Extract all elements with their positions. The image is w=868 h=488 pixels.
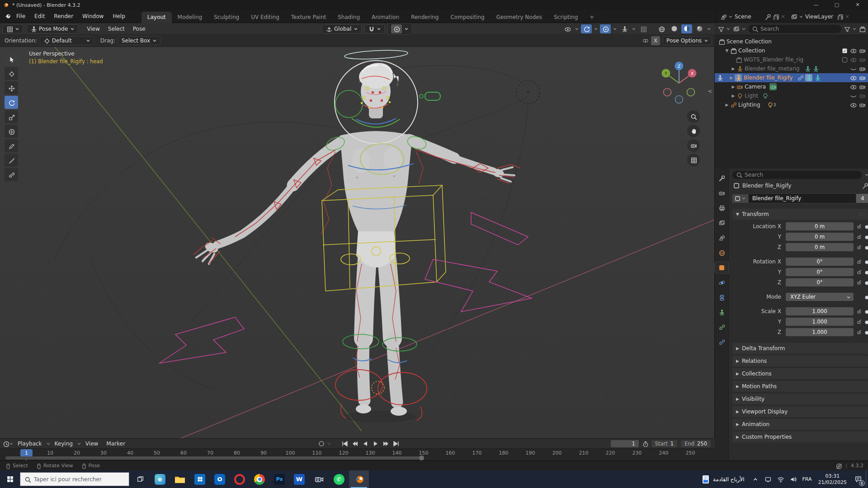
location-x-field[interactable]: 0 m <box>786 222 854 230</box>
tab-bone[interactable] <box>715 321 728 333</box>
lock-icon[interactable] <box>856 280 862 286</box>
animate-dot[interactable]: ● <box>865 295 868 300</box>
volume-icon[interactable] <box>787 470 800 488</box>
chevron-down-icon[interactable] <box>864 173 868 177</box>
tab-output[interactable] <box>715 202 728 214</box>
lock-icon[interactable] <box>856 319 862 325</box>
start-button[interactable] <box>0 470 20 488</box>
animate-dot[interactable]: ● <box>865 235 868 239</box>
blender-menu-icon[interactable] <box>4 13 12 19</box>
tab-object-data[interactable] <box>715 306 728 318</box>
chevron-down-icon[interactable] <box>632 27 636 31</box>
add-workspace-button[interactable]: + <box>584 12 600 23</box>
minimize-button[interactable]: — <box>806 0 826 10</box>
preview-range-stopwatch-icon[interactable] <box>642 441 648 447</box>
viewport-zoom-button[interactable] <box>687 110 700 123</box>
menu-view[interactable]: View <box>81 441 102 447</box>
rotation-z-field[interactable]: 0° <box>786 278 854 286</box>
scale-y-field[interactable]: 1.000 <box>786 318 854 326</box>
shading-rendered-button[interactable] <box>694 24 705 33</box>
tool-cursor[interactable] <box>5 67 18 80</box>
taskbar-app-whatsapp[interactable]: ✆ <box>329 470 349 488</box>
show-overlays-button[interactable] <box>600 24 611 33</box>
tray-expand-chevron[interactable] <box>749 470 762 488</box>
object-name-field[interactable]: Blender file_Rigify <box>748 193 856 203</box>
location-z-field[interactable]: 0 m <box>786 243 854 251</box>
animate-dot[interactable]: ● <box>865 319 868 324</box>
lock-icon[interactable] <box>856 309 862 314</box>
auto-keying-button[interactable] <box>316 440 326 448</box>
pose-mode-icon[interactable] <box>806 75 812 81</box>
tablet-mode-icon[interactable] <box>762 470 774 488</box>
new-viewlayer-icon[interactable] <box>837 14 843 20</box>
tab-uv-editing[interactable]: UV Editing <box>245 12 285 23</box>
panel-animation[interactable]: ▶Animation <box>732 419 868 430</box>
new-scene-icon[interactable] <box>773 14 779 20</box>
object-visibility-button[interactable] <box>562 24 573 33</box>
mode-selector[interactable]: Pose Mode <box>27 24 78 33</box>
timeline-scrollbar[interactable] <box>5 456 422 460</box>
outliner-row-rigify[interactable]: ▶ Blender file_Rigify <box>715 73 868 82</box>
scene-name[interactable]: Scene <box>735 14 763 20</box>
tool-transform[interactable] <box>5 125 18 138</box>
chevron-down-icon[interactable] <box>613 27 617 31</box>
outliner-row-scene-collection[interactable]: Scene Collection <box>715 37 868 46</box>
orientation-default-selector[interactable]: Default <box>40 36 94 45</box>
shading-wireframe-button[interactable] <box>656 24 667 33</box>
panel-relations[interactable]: ▶Relations <box>732 356 868 366</box>
lock-icon[interactable] <box>856 259 862 265</box>
display-mode-icon[interactable] <box>733 26 739 32</box>
new-collection-icon[interactable] <box>859 26 865 32</box>
animate-dot[interactable]: ● <box>865 224 868 229</box>
shading-solid-button[interactable] <box>669 24 679 33</box>
taskbar-app-arabic-doc[interactable]: الأرباح القادمة <box>698 470 749 488</box>
taskbar-app-word[interactable]: W <box>289 470 309 488</box>
chevron-down-icon[interactable] <box>77 441 81 446</box>
sidebar-collapse-arrow[interactable]: < <box>708 88 712 94</box>
editor-type-button[interactable] <box>3 24 23 33</box>
toggle-xray-button[interactable] <box>638 24 649 33</box>
chevron-down-icon[interactable] <box>327 441 331 446</box>
tool-rotate[interactable] <box>5 96 18 109</box>
panel-visibility[interactable]: ▶Visibility <box>732 394 868 404</box>
chevron-down-icon[interactable] <box>852 27 857 31</box>
taskbar-app-camera[interactable] <box>309 470 329 488</box>
viewlayer-icon[interactable] <box>791 14 797 20</box>
drag-mode-selector[interactable]: Select Box <box>118 36 160 45</box>
jump-prev-keyframe-button[interactable] <box>350 440 359 448</box>
menu-file[interactable]: File <box>12 10 30 23</box>
taskbar-app-blender[interactable] <box>349 470 369 488</box>
chevron-down-icon[interactable] <box>9 441 14 446</box>
tool-move[interactable] <box>5 81 18 94</box>
mirror-x-button[interactable]: X <box>651 36 660 45</box>
tab-modeling[interactable]: Modeling <box>172 12 208 23</box>
outliner-search-input[interactable]: Search <box>748 25 841 33</box>
armature-xray-button[interactable] <box>619 24 630 33</box>
proportional-editing-toggle[interactable] <box>387 23 412 35</box>
tab-view-layer[interactable] <box>715 217 728 229</box>
jump-to-start-button[interactable] <box>340 440 349 448</box>
scale-x-field[interactable]: 1.000 <box>786 307 854 315</box>
menu-playback[interactable]: Playback <box>14 441 46 447</box>
tab-scene[interactable] <box>715 232 728 244</box>
render-camera-icon[interactable] <box>859 66 865 72</box>
location-y-field[interactable]: 0 m <box>786 233 854 241</box>
action-center-button[interactable]: 6 <box>850 470 866 488</box>
animate-dot[interactable]: ● <box>865 309 868 314</box>
exclude-checkbox[interactable]: ✓ <box>842 48 847 53</box>
tool-scale[interactable] <box>5 110 18 123</box>
tab-sculpting[interactable]: Sculpting <box>208 12 245 23</box>
pin-icon[interactable] <box>764 14 771 20</box>
lock-icon[interactable] <box>856 234 862 240</box>
disclosure-triangle[interactable]: ▼ <box>724 48 730 53</box>
taskbar-app-explorer[interactable] <box>170 470 190 488</box>
pose-icon[interactable] <box>804 66 811 72</box>
lock-icon[interactable] <box>856 244 862 250</box>
outliner-row-metarig[interactable]: ▶ Blender file_metarig <box>715 64 868 73</box>
panel-collections[interactable]: ▶Collections <box>732 368 868 379</box>
render-camera-icon[interactable] <box>859 84 865 90</box>
camera-data-icon[interactable] <box>770 84 776 90</box>
animate-dot[interactable]: ● <box>865 259 868 264</box>
menu-pose[interactable]: Pose <box>129 26 150 32</box>
users-count-badge[interactable]: 4 <box>856 194 868 203</box>
